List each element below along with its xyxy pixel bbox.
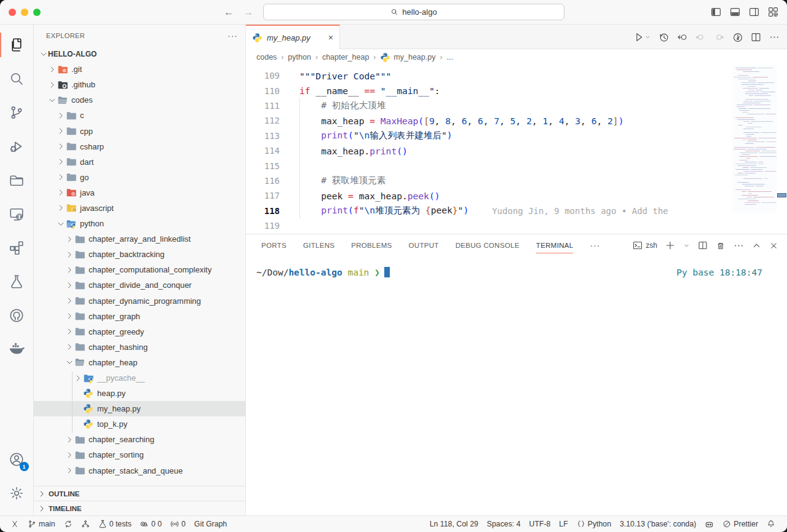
chevron-right-icon[interactable] (65, 281, 74, 290)
status-utf-8[interactable]: UTF-8 (525, 520, 555, 528)
close-panel-icon[interactable] (769, 241, 778, 250)
chevron-right-icon[interactable] (65, 327, 74, 336)
tree-item--pycache-[interactable]: __pycache__ (34, 370, 245, 386)
panel-tab-problems[interactable]: PROBLEMS (351, 234, 392, 256)
activity-testing-icon[interactable] (0, 266, 34, 297)
close-window-button[interactable] (9, 9, 16, 16)
panel-tab-debug-console[interactable]: DEBUG CONSOLE (456, 234, 520, 256)
chevron-right-icon[interactable] (65, 343, 74, 351)
tree-item-java[interactable]: java (34, 185, 245, 200)
status-git-graph[interactable]: Git Graph (190, 520, 231, 528)
panel-more-actions-icon[interactable] (734, 240, 744, 251)
tree-item-my-heap-py[interactable]: my_heap.py (34, 401, 245, 416)
terminal-profile-dropdown-icon[interactable] (683, 242, 690, 249)
code-editor[interactable]: 109"""Driver Code"""110if __name__ == "_… (246, 65, 787, 234)
chevron-right-icon[interactable] (47, 81, 57, 89)
tree-item-chapter-heap[interactable]: chapter_heap (34, 355, 245, 370)
tree-item-chapter-computational-complexity[interactable]: chapter_computational_complexity (34, 262, 245, 277)
tree-item-hello-algo[interactable]: HELLO-ALGO (34, 46, 245, 62)
status-bell[interactable] (762, 520, 780, 528)
more-actions-icon[interactable] (769, 32, 780, 42)
chevron-right-icon[interactable] (56, 142, 65, 151)
status-prettier[interactable]: Prettier (718, 520, 762, 528)
zoom-window-button[interactable] (33, 9, 41, 16)
panel-tab-terminal[interactable]: TERMINAL (536, 234, 574, 256)
status-0-0[interactable]: 0 0 (136, 520, 166, 528)
tree-item-chapter-sorting[interactable]: chapter_sorting (34, 447, 245, 463)
explorer-more-actions-icon[interactable]: ··· (227, 31, 238, 41)
tree-item-chapter-hashing[interactable]: chapter_hashing (34, 339, 245, 355)
tree-item-heap-py[interactable]: heap.py (34, 386, 245, 401)
tree-item-chapter-array-and-linkedlist[interactable]: chapter_array_and_linkedlist (34, 231, 245, 247)
toggle-panel-icon[interactable] (730, 7, 740, 17)
command-center-search[interactable]: hello-algo (263, 4, 564, 20)
tree-item-c[interactable]: c (34, 108, 245, 123)
chevron-right-icon[interactable] (56, 188, 65, 197)
tree-item-dart[interactable]: dart (34, 154, 245, 170)
maximize-panel-icon[interactable] (752, 241, 761, 250)
activity-github-icon[interactable] (0, 300, 34, 331)
tree-item-go[interactable]: go (34, 170, 245, 185)
panel-tab-output[interactable]: OUTPUT (409, 234, 439, 256)
tree-item-chapter-stack-and-queue[interactable]: chapter_stack_and_queue (34, 463, 245, 478)
activity-settings-icon[interactable] (0, 478, 34, 509)
breadcrumb-item[interactable]: python (288, 53, 311, 62)
sidebar-section-timeline[interactable]: TIMELINE (34, 501, 245, 515)
status-ln-118-col-29[interactable]: Ln 118, Col 29 (425, 520, 483, 528)
status-0[interactable]: 0 (166, 520, 190, 528)
gitlens-graph-icon[interactable] (732, 32, 743, 42)
chevron-right-icon[interactable] (56, 157, 65, 166)
activity-accounts-icon[interactable]: 1 (0, 444, 34, 475)
chevron-right-icon[interactable] (65, 466, 74, 475)
chevron-right-icon[interactable] (56, 111, 65, 120)
chevron-right-icon[interactable] (56, 204, 65, 212)
sidebar-section-outline[interactable]: OUTLINE (34, 486, 245, 501)
overview-ruler[interactable] (777, 65, 787, 234)
status-copilot[interactable] (700, 520, 718, 529)
toggle-primary-sidebar-icon[interactable] (711, 7, 721, 17)
navigate-back-icon[interactable]: ← (224, 7, 234, 18)
close-tab-icon[interactable]: × (328, 33, 333, 42)
chevron-down-icon[interactable] (39, 50, 48, 58)
activity-extensions-icon[interactable] (0, 232, 34, 263)
tree-item-chapter-graph[interactable]: chapter_graph (34, 309, 245, 324)
activity-search-icon[interactable] (0, 63, 34, 94)
tree-item-javascript[interactable]: JSjavascript (34, 200, 245, 216)
terminal[interactable]: ~/Dow/hello-algo main ❯ Py base 18:18:47 (246, 256, 787, 515)
tree-item--git[interactable]: .git (34, 62, 245, 77)
new-terminal-icon[interactable] (665, 240, 675, 250)
tree-item-csharp[interactable]: csharp (34, 139, 245, 154)
breadcrumb-item[interactable]: ... (446, 53, 453, 62)
status-gitlens[interactable] (77, 520, 94, 528)
activity-remote-explorer-icon[interactable] (0, 199, 34, 229)
chevron-right-icon[interactable] (56, 173, 65, 181)
toggle-secondary-sidebar-icon[interactable] (749, 7, 759, 17)
chevron-right-icon[interactable] (56, 127, 65, 135)
run-python-icon[interactable] (634, 32, 651, 42)
status-lf[interactable]: LF (555, 520, 572, 528)
chevron-right-icon[interactable] (65, 435, 74, 444)
status-3-10-13-base-conda[interactable]: 3.10.13 ('base': conda) (615, 520, 700, 528)
tree-item--github[interactable]: .github (34, 77, 245, 92)
tree-item-chapter-divide-and-conquer[interactable]: chapter_divide_and_conquer (34, 277, 245, 293)
panel-tabs-more-icon[interactable]: ··· (590, 240, 600, 250)
tree-item-chapter-backtracking[interactable]: chapter_backtracking (34, 247, 245, 262)
status-python[interactable]: Python (572, 520, 615, 528)
chevron-right-icon[interactable] (47, 65, 57, 74)
breadcrumb-item[interactable]: my_heap.py (380, 52, 435, 63)
minimap[interactable] (732, 65, 777, 213)
split-editor-icon[interactable] (751, 32, 761, 42)
tree-item-top-k-py[interactable]: top_k.py (34, 416, 245, 432)
panel-tab-gitlens[interactable]: GITLENS (303, 234, 334, 256)
chevron-down-icon[interactable] (56, 220, 65, 228)
chevron-right-icon[interactable] (65, 250, 74, 259)
tree-item-chapter-searching[interactable]: chapter_searching (34, 432, 245, 447)
chevron-down-icon[interactable] (47, 96, 57, 105)
activity-docker-icon[interactable] (0, 334, 34, 365)
status-sync[interactable] (60, 520, 77, 528)
tab-my-heap[interactable]: my_heap.py × (246, 25, 340, 49)
activity-run-debug-icon[interactable] (0, 131, 34, 162)
chevron-down-icon[interactable] (65, 358, 74, 367)
tree-item-python[interactable]: python (34, 216, 245, 231)
chevron-right-icon[interactable] (65, 266, 74, 274)
